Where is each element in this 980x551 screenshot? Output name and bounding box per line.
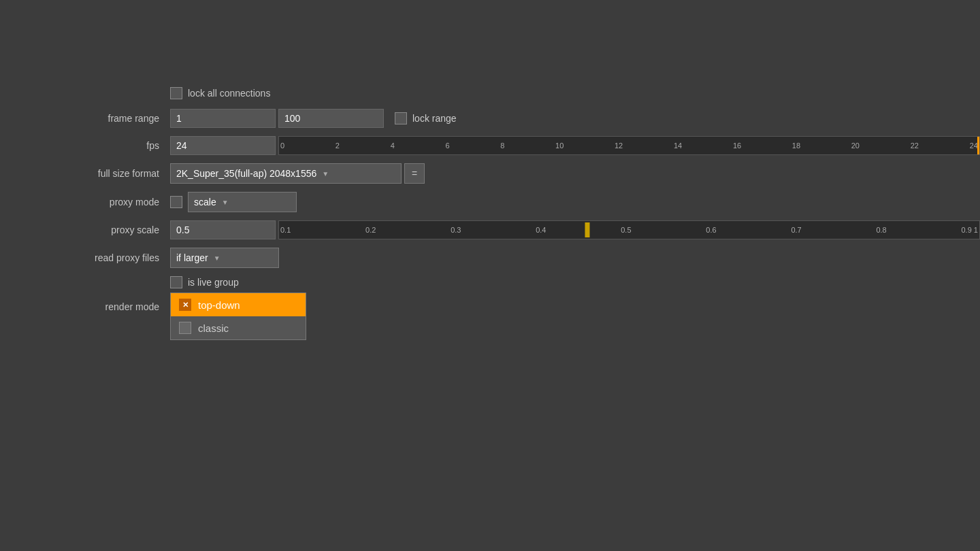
fps-end-marker (977, 137, 979, 154)
frame-end-input[interactable] (278, 109, 384, 128)
read-proxy-files-label: read proxy files (0, 252, 170, 263)
top-down-label: top-down (198, 299, 240, 311)
lock-range-label: lock range (412, 113, 457, 124)
full-size-format-dropdown[interactable]: 2K_Super_35(full-ap) 2048x1556 ▼ (170, 163, 402, 184)
equals-button[interactable]: = (404, 163, 425, 184)
format-dropdown-arrow: ▼ (322, 170, 329, 178)
render-option-top-down[interactable]: top-down (171, 293, 306, 316)
top-down-checkbox (179, 299, 191, 311)
frame-range-label: frame range (0, 113, 170, 124)
read-proxy-files-value: if larger (176, 252, 208, 263)
read-proxy-files-dropdown[interactable]: if larger ▼ (170, 248, 279, 268)
proxy-scale-input[interactable] (170, 220, 276, 239)
lock-range-checkbox[interactable] (395, 112, 407, 124)
lock-connections-label: lock all connections (188, 88, 270, 99)
proxy-mode-label: proxy mode (0, 197, 170, 207)
fps-ruler-ticks: 02468 1012141618 202224 (279, 141, 979, 150)
is-live-group-row: is live group (0, 272, 980, 293)
read-proxy-files-row: read proxy files if larger ▼ (0, 244, 980, 272)
lock-connections-checkbox[interactable] (170, 87, 182, 99)
read-proxy-arrow: ▼ (214, 254, 220, 262)
render-option-classic[interactable]: classic (171, 316, 306, 339)
full-size-format-label: full size format (0, 168, 170, 179)
fps-input[interactable] (170, 136, 276, 155)
is-live-group-label: is live group (188, 277, 239, 288)
classic-checkbox (179, 322, 191, 334)
is-live-group-checkbox[interactable] (170, 276, 182, 288)
render-mode-label: render mode (0, 301, 170, 312)
proxy-mode-arrow: ▼ (222, 199, 229, 206)
render-mode-row: render mode top-down classic (0, 293, 980, 321)
render-mode-dropdown[interactable]: top-down classic (170, 293, 306, 340)
proxy-scale-slider[interactable]: 0.10.20.30.40.50.60.70.80.9 1 (278, 220, 980, 239)
frame-range-row: frame range lock range (0, 105, 980, 132)
proxy-scale-row: proxy scale 0.10.20.30.40.50.60.70.80.9 … (0, 216, 980, 244)
full-size-format-value: 2K_Super_35(full-ap) 2048x1556 (176, 168, 316, 179)
fps-label: fps (0, 140, 170, 151)
proxy-mode-dropdown[interactable]: scale ▼ (188, 192, 297, 212)
frame-start-input[interactable] (170, 109, 276, 128)
proxy-scale-label: proxy scale (0, 224, 170, 235)
classic-label: classic (198, 322, 229, 334)
fps-row: fps 02468 1012141618 202224 (0, 132, 980, 159)
proxy-scale-thumb[interactable] (585, 222, 589, 237)
settings-panel: lock all connections frame range lock ra… (0, 82, 980, 321)
proxy-mode-row: proxy mode scale ▼ (0, 188, 980, 216)
fps-ruler: 02468 1012141618 202224 (278, 136, 980, 155)
main-container: lock all connections frame range lock ra… (0, 0, 980, 551)
proxy-mode-value: scale (194, 197, 216, 207)
full-size-format-row: full size format 2K_Super_35(full-ap) 20… (0, 159, 980, 188)
proxy-mode-checkbox[interactable] (170, 196, 182, 208)
lock-connections-row: lock all connections (0, 82, 980, 105)
